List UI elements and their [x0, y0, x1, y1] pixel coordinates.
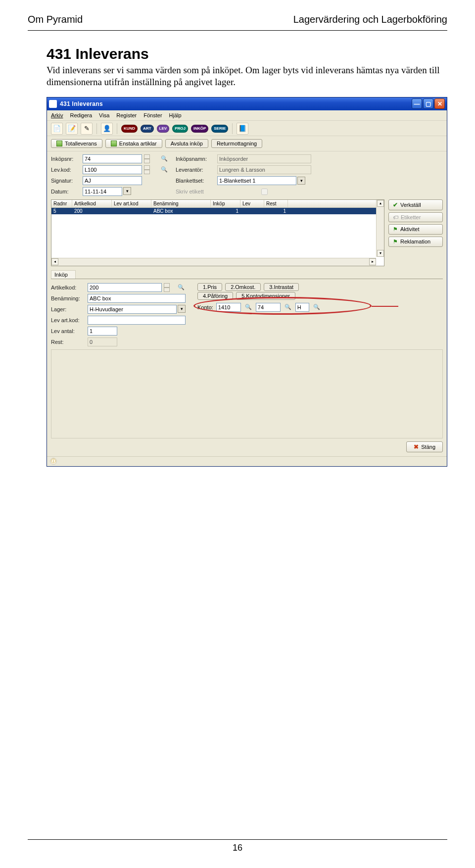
toolbar-sep2 — [117, 123, 117, 134]
search-icon[interactable]: 🔍 — [244, 303, 253, 312]
chevron-down-icon[interactable]: ▾ — [297, 177, 305, 185]
input-datum[interactable] — [83, 187, 122, 196]
tab-avsluta-inkop[interactable]: Avsluta inköp — [165, 139, 208, 148]
label-inkopsnamn: Inköpsnamn: — [176, 156, 215, 162]
tab-kontodimensioner[interactable]: 5.Kontodimensioner — [236, 292, 295, 300]
menu-fonster[interactable]: Fönster — [143, 112, 162, 118]
tab-returmottagning[interactable]: Returmottagning — [211, 139, 262, 148]
doc-header-right: Lagervärdering och Lagerbokföring — [293, 14, 447, 25]
section-heading: 431 Inleverans — [47, 46, 447, 62]
input-signatur[interactable] — [83, 176, 142, 185]
spinner-artikelkod[interactable] — [164, 283, 170, 292]
page-footer: 16 — [28, 835, 447, 853]
pill-serie[interactable]: SERIE — [211, 125, 228, 133]
toolbar-doc-icon[interactable]: 📄 — [51, 123, 63, 135]
page-number: 16 — [28, 843, 447, 853]
pill-art[interactable]: ART — [141, 125, 153, 133]
tab-paforing[interactable]: 4.Påföring — [197, 292, 233, 300]
detail-form: Artikelkod: 🔍 Benämning: Lager: ▾ Lev ar… — [51, 283, 186, 346]
table-row[interactable]: 5 200 ABC box 1 1 — [51, 208, 384, 214]
search-icon[interactable]: 🔍 — [312, 303, 321, 312]
label-inkopsnr: Inköpsnr: — [51, 156, 81, 162]
action-tabbar: Totalleverans Enstaka artiklar Avsluta i… — [47, 136, 447, 151]
select-blankettset[interactable] — [217, 176, 296, 185]
titlebar: 431 Inleverans — ▢ ✕ — [47, 97, 447, 110]
toolbar-user-icon[interactable]: 👤 — [101, 123, 113, 135]
input-levartkod[interactable] — [88, 316, 186, 325]
input-konto-2[interactable] — [256, 303, 281, 312]
input-levkod[interactable] — [83, 165, 142, 174]
grid-header: Radnr Artikelkod Lev art.kod Benämning I… — [51, 200, 384, 208]
list-icon — [56, 141, 62, 146]
tab-enstaka-artiklar[interactable]: Enstaka artiklar — [105, 139, 162, 148]
tab-omkost[interactable]: 2.Omkost. — [225, 283, 261, 291]
list-icon — [111, 141, 117, 146]
input-konto-3[interactable] — [295, 303, 309, 312]
search-icon[interactable]: 🔍 — [160, 154, 169, 163]
grid-hscroll[interactable]: ◂▸ — [51, 258, 376, 266]
chevron-down-icon[interactable]: ▾ — [123, 187, 131, 195]
input-benamning[interactable] — [88, 294, 186, 303]
app-window: 431 Inleverans — ▢ ✕ Arkiv Redigera Visa… — [47, 97, 447, 467]
chevron-down-icon[interactable]: ▾ — [178, 305, 186, 313]
label-blankettset: Blankettset: — [176, 178, 215, 184]
detail-tabs: 1.Pris 2.Omkost. 3.Intrastat 4.Påföring … — [191, 283, 443, 346]
window-icon — [49, 100, 57, 108]
data-grid[interactable]: Radnr Artikelkod Lev art.kod Benämning I… — [51, 199, 384, 266]
window-close-button[interactable]: ✕ — [434, 98, 445, 109]
etiketter-button: 🏷Etiketter — [388, 212, 443, 222]
label-levantal: Lev antal: — [51, 328, 86, 334]
label-skriv-etikett: Skriv etikett — [176, 189, 215, 194]
window-minimize-button[interactable]: — — [412, 98, 422, 109]
tab-totalleverans[interactable]: Totalleverans — [51, 139, 102, 148]
toolbar-sep — [96, 123, 97, 134]
close-icon: ✖ — [414, 443, 419, 450]
section-paragraph: Vid inleverans ser vi samma värden som p… — [47, 64, 447, 88]
menu-redigera[interactable]: Redigera — [70, 112, 92, 118]
stang-button[interactable]: ✖Stäng — [406, 441, 443, 452]
label-artikelkod: Artikelkod: — [51, 285, 86, 290]
label-benamning: Benämning: — [51, 295, 86, 301]
toolbar-new-icon[interactable]: 📝 — [66, 123, 78, 135]
search-icon-lev[interactable]: 🔍 — [160, 165, 169, 174]
select-lager[interactable] — [88, 305, 177, 314]
input-konto-1[interactable] — [216, 303, 241, 312]
search-icon[interactable]: 🔍 — [284, 303, 292, 312]
inkop-tab[interactable]: Inköp — [51, 270, 76, 279]
label-leverantor: Leverantör: — [176, 167, 215, 173]
label-levkod: Lev.kod: — [51, 167, 81, 173]
statusbar: ⓘ — [47, 456, 447, 466]
aktivitet-button[interactable]: ⚑Aktivitet — [388, 224, 443, 235]
toolbar-sep3 — [232, 123, 233, 134]
menu-visa[interactable]: Visa — [99, 112, 109, 118]
check-icon: ✔ — [393, 201, 398, 208]
pill-inkop[interactable]: INKÖP — [191, 125, 208, 133]
pill-proj[interactable]: PROJ — [172, 125, 188, 133]
spinner-levkod[interactable] — [144, 165, 150, 174]
window-maximize-button[interactable]: ▢ — [423, 98, 433, 109]
verkstall-button[interactable]: ✔Verkställ — [388, 199, 443, 210]
toolbar-book-icon[interactable]: 📘 — [237, 123, 248, 135]
grid-vscroll[interactable]: ▴▾ — [376, 200, 384, 257]
menu-arkiv[interactable]: Arkiv — [51, 112, 63, 118]
menu-hjalp[interactable]: Hjälp — [169, 112, 182, 118]
toolbar-edit-icon[interactable]: ✎ — [81, 123, 93, 135]
menu-register[interactable]: Register — [116, 112, 137, 118]
info-icon: ⓘ — [50, 458, 57, 465]
pill-kund[interactable]: KUND — [121, 125, 138, 133]
search-icon[interactable]: 🔍 — [177, 283, 186, 292]
input-artikelkod[interactable] — [88, 283, 162, 292]
label-lager: Lager: — [51, 306, 86, 312]
konto-row: Konto: 🔍 🔍 🔍 — [197, 303, 443, 312]
tab-pris[interactable]: 1.Pris — [197, 283, 222, 291]
input-levantal[interactable] — [88, 327, 117, 336]
spinner-inkopsnr[interactable] — [144, 154, 150, 163]
pill-lev[interactable]: LEV — [157, 125, 170, 133]
label-datum: Datum: — [51, 189, 81, 194]
tab-intrastat[interactable]: 3.Intrastat — [264, 283, 299, 291]
reklamation-button[interactable]: ⚑Reklamation — [388, 237, 443, 247]
checkbox-skriv-etikett — [219, 189, 310, 195]
flag-icon: ⚑ — [393, 226, 398, 233]
input-inkopsnr[interactable] — [83, 154, 142, 163]
flag-icon: ⚑ — [393, 239, 398, 245]
